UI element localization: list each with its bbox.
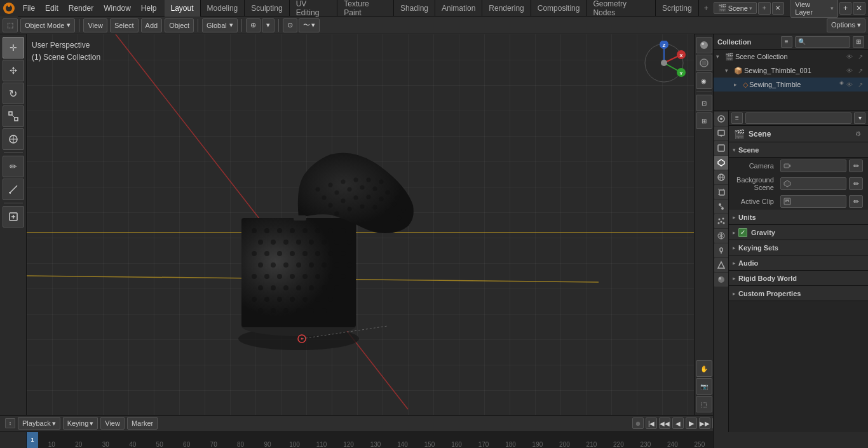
active-clip-value[interactable] [780, 195, 846, 208]
playback-menu-btn[interactable]: Playback ▾ [18, 417, 60, 430]
mesh-select[interactable]: ↗ [855, 79, 865, 90]
props-tab-data[interactable] [714, 258, 728, 272]
props-tab-object[interactable] [714, 185, 728, 199]
background-scene-edit-btn[interactable]: ✏ [849, 177, 863, 190]
viewport-btn[interactable]: View [83, 18, 107, 32]
next-keyframe-btn[interactable]: ▶▶ [699, 417, 710, 429]
menu-file[interactable]: File [18, 0, 40, 17]
render-region-btn[interactable]: ⬚ [696, 396, 712, 412]
add-btn[interactable]: Add [141, 18, 163, 32]
props-options-btn[interactable]: ▾ [854, 112, 865, 124]
tool-add-object[interactable] [3, 206, 24, 227]
select-btn[interactable]: Select [110, 18, 139, 32]
timeline-ruler[interactable]: 1 10 20 30 40 50 60 70 80 90 100 110 120… [0, 432, 868, 448]
tab-animation[interactable]: Animation [435, 0, 482, 17]
tab-shading[interactable]: Shading [394, 0, 435, 17]
units-section-header[interactable]: ▸ Units [729, 210, 868, 225]
outliner-sort-btn[interactable]: ⊞ [853, 36, 864, 48]
props-tab-physics[interactable] [714, 229, 728, 243]
tool-cursor[interactable]: ✛ [3, 37, 24, 58]
snap-options-btn[interactable]: ▾ [262, 18, 275, 32]
props-tab-view-layer[interactable] [714, 141, 728, 155]
tab-layout[interactable]: Layout [165, 0, 201, 17]
props-tab-constraints[interactable] [714, 243, 728, 257]
toggle-overlays[interactable]: ⊡ [696, 95, 712, 111]
active-clip-edit-btn[interactable]: ✏ [849, 195, 863, 208]
background-scene-value[interactable] [780, 177, 846, 190]
scene-remove-btn[interactable]: ✕ [772, 2, 785, 15]
mode-selector[interactable]: Object Mode ▾ [20, 18, 75, 32]
outliner-thimble-mesh[interactable]: ▸ ◇ Sewing_Thimble ◈ 👁 ↗ [714, 78, 868, 92]
scene-collection-select[interactable]: ↗ [855, 51, 865, 62]
transform-selector[interactable]: Global ▾ [202, 18, 238, 32]
audio-section-header[interactable]: ▸ Audio [729, 255, 868, 271]
menu-render[interactable]: Render [64, 0, 98, 17]
tab-uv-editing[interactable]: UV Editing [290, 0, 338, 17]
menu-help[interactable]: Help [136, 0, 162, 17]
tool-annotate[interactable]: ✏ [3, 156, 24, 177]
navigation-gizmo[interactable]: X Y Z [642, 41, 686, 85]
tab-rendering[interactable]: Rendering [482, 0, 531, 17]
toggle-gizmos[interactable]: ⊞ [696, 112, 712, 129]
proportional-dropdown-btn[interactable]: 〜 ▾ [299, 18, 320, 32]
tab-scripting[interactable]: Scripting [656, 0, 699, 17]
options-btn[interactable]: Options ▾ [827, 18, 865, 32]
outliner-search[interactable]: 🔍 [795, 36, 850, 48]
prev-keyframe-btn[interactable]: ◀◀ [659, 417, 670, 429]
viewport-shading-material[interactable] [696, 55, 712, 71]
props-tab-render[interactable] [714, 112, 728, 126]
proportional-btn[interactable]: ⊙ [283, 18, 297, 32]
thimble-visibility[interactable]: 👁 [844, 65, 855, 76]
tab-texture-paint[interactable]: Texture Paint [337, 0, 394, 17]
outliner-thimble-collection[interactable]: ▾ 📦 Sewing_Thimble_001 👁 ↗ [714, 64, 868, 78]
tool-measure[interactable] [3, 179, 24, 200]
rigid-body-world-section-header[interactable]: ▸ Rigid Body World [729, 271, 868, 286]
toolbar-select-box[interactable]: ⬚ [3, 18, 18, 32]
outliner-search-input[interactable] [806, 38, 847, 46]
view-layer-remove-btn[interactable]: ✕ [853, 2, 865, 15]
thimble-select[interactable]: ↗ [855, 65, 865, 76]
menu-window[interactable]: Window [98, 0, 136, 17]
jump-start-btn[interactable]: |◀ [646, 417, 657, 429]
tab-compositing[interactable]: Compositing [531, 0, 587, 17]
camera-btn[interactable]: 📷 [696, 378, 712, 395]
view-menu-btn[interactable]: View [100, 417, 125, 430]
props-filter-btn[interactable]: ≡ [731, 112, 743, 124]
tool-transform[interactable] [3, 128, 24, 150]
timeline-expand-btn[interactable]: ↕ [5, 418, 15, 428]
props-tab-material[interactable] [714, 273, 728, 287]
props-tab-world[interactable] [714, 170, 728, 184]
props-tab-particles[interactable] [714, 214, 728, 228]
camera-value[interactable] [780, 160, 846, 172]
camera-pan-btn[interactable]: ✋ [696, 360, 712, 377]
snap-magnet-btn[interactable]: ⊕ [246, 18, 261, 32]
menu-edit[interactable]: Edit [40, 0, 64, 17]
outliner-scene-collection[interactable]: ▾ 🎬 Scene Collection 👁 ↗ [714, 50, 868, 64]
tab-geometry-nodes[interactable]: Geometry Nodes [587, 0, 656, 17]
scene-section-header[interactable]: ▾ Scene [729, 142, 868, 158]
props-tab-modifiers[interactable] [714, 200, 728, 214]
scene-props-settings[interactable]: ⚙ [853, 129, 863, 139]
tool-scale[interactable] [3, 105, 24, 127]
tool-move[interactable] [3, 60, 24, 81]
tool-rotate[interactable]: ↻ [3, 83, 24, 104]
custom-props-section-header[interactable]: ▸ Custom Properties [729, 286, 868, 301]
scene-selector[interactable]: 🎬 Scene ▾ [714, 2, 757, 14]
record-btn[interactable]: ⏺ [632, 417, 644, 429]
play-reverse-btn[interactable]: ◀ [672, 417, 684, 429]
view-layer-selector[interactable]: View Layer ▾ [790, 0, 837, 18]
keying-sets-section-header[interactable]: ▸ Keying Sets [729, 240, 868, 255]
gravity-section-header[interactable]: ▸ ✓ Gravity [729, 225, 868, 240]
keying-menu-btn[interactable]: Keying ▾ [63, 417, 98, 430]
props-tab-scene[interactable] [714, 156, 728, 170]
object-btn[interactable]: Object [165, 18, 194, 32]
outliner-filter-btn[interactable]: ≡ [781, 36, 792, 48]
play-btn[interactable]: ▶ [686, 417, 697, 429]
camera-edit-btn[interactable]: ✏ [849, 160, 863, 172]
viewport-shading-solid[interactable] [696, 37, 712, 53]
props-tab-output[interactable] [714, 126, 728, 140]
timeline-track[interactable]: 1 10 20 30 40 50 60 70 80 90 100 110 120… [27, 432, 713, 448]
view-layer-add-btn[interactable]: + [839, 2, 852, 15]
props-search-input[interactable] [745, 112, 851, 124]
tab-modeling[interactable]: Modeling [201, 0, 245, 17]
